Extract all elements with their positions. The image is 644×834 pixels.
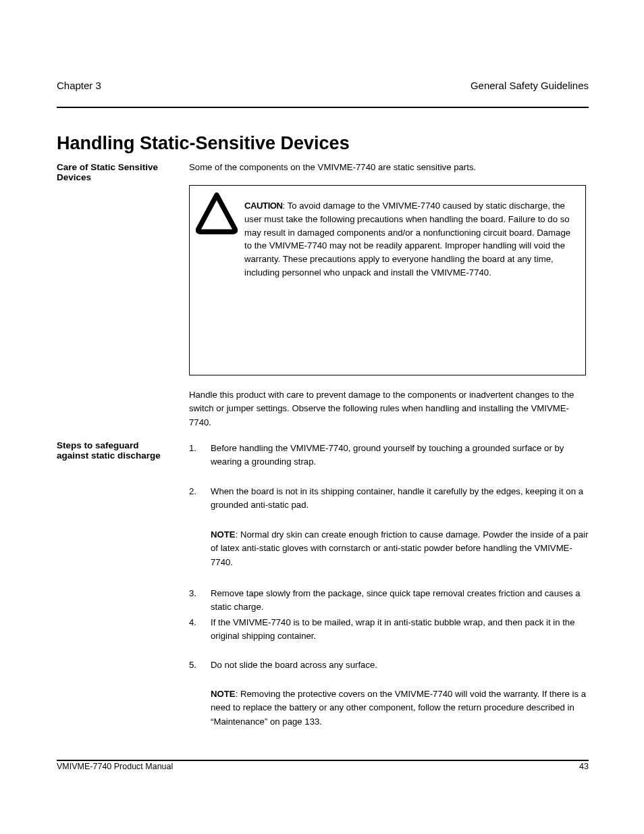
intro-paragraph: Some of the components on the VMIVME-774… <box>189 161 587 174</box>
step-1: 1. Before handling the VMIVME-7740, grou… <box>189 442 591 469</box>
note-label: NOTE <box>211 529 236 540</box>
step-text: When the board is not in its shipping co… <box>211 485 591 513</box>
note-label: NOTE <box>211 689 236 699</box>
handling-paragraph: Handle this product with care to prevent… <box>189 388 587 429</box>
footer-rule <box>57 760 589 761</box>
page-header: Chapter 3 General Safety Guidelines <box>57 80 589 96</box>
step-text: Remove tape slowly from the package, sin… <box>211 587 591 615</box>
note-body: : Normal dry skin can create enough fric… <box>211 529 588 567</box>
note-body: : Removing the protective covers on the … <box>211 689 586 727</box>
step-number: 5. <box>189 658 209 672</box>
step-number: 1. <box>189 442 209 455</box>
step-number: 4. <box>189 616 209 629</box>
step-4: 4. If the VMIVME-7740 is to be mailed, w… <box>189 616 591 644</box>
step-number: 2. <box>189 485 209 498</box>
step-5: 5. Do not slide the board across any sur… <box>189 658 591 672</box>
caution-body: : To avoid damage to the VMIVME-7740 cau… <box>244 201 570 278</box>
step-text: If the VMIVME-7740 is to be mailed, wrap… <box>211 616 591 644</box>
footer-left: VMIVME-7740 Product Manual <box>57 762 173 771</box>
caution-text: CAUTION: To avoid damage to the VMIVME-7… <box>244 199 576 280</box>
caution-triangle-icon <box>196 192 238 234</box>
note-2: NOTE: Removing the protective covers on … <box>211 687 589 729</box>
step-2: 2. When the board is not in its shipping… <box>189 485 591 513</box>
note-1: NOTE: Normal dry skin can create enough … <box>211 528 589 569</box>
step-number: 3. <box>189 587 209 600</box>
caution-label: CAUTION <box>244 201 283 211</box>
header-left: Chapter 3 <box>57 80 101 92</box>
section-title: Handling Static-Sensitive Devices <box>57 133 350 154</box>
steps-heading: Steps to safeguard against static discha… <box>57 440 171 461</box>
step-text: Do not slide the board across any surfac… <box>211 658 591 672</box>
subhead-care: Care of Static Sensitive Devices <box>57 162 171 182</box>
page-footer: VMIVME-7740 Product Manual 43 <box>57 762 589 771</box>
header-right: General Safety Guidelines <box>471 80 589 92</box>
footer-right: 43 <box>579 762 589 771</box>
header-rule <box>57 107 589 108</box>
step-text: Before handling the VMIVME-7740, ground … <box>211 442 591 469</box>
page: Chapter 3 General Safety Guidelines Hand… <box>0 0 644 834</box>
step-3: 3. Remove tape slowly from the package, … <box>189 587 591 615</box>
